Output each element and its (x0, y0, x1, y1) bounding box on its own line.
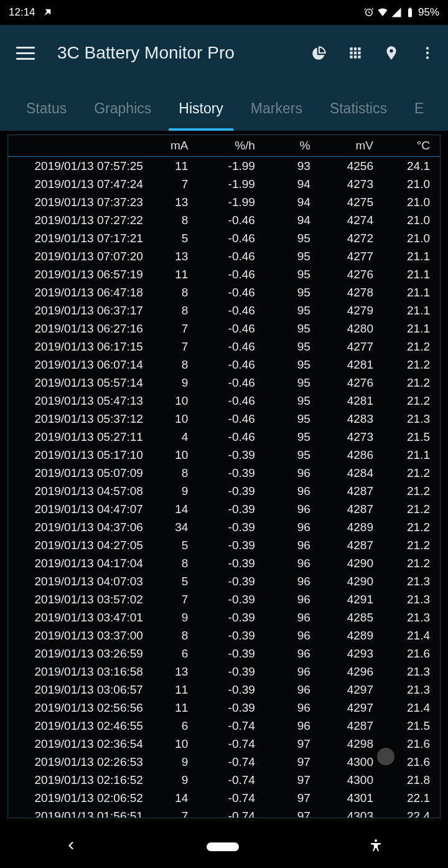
col-header-pct[interactable]: % (261, 135, 318, 157)
table-row[interactable]: 2019/01/13 06:07:148-0.4695428121.2 (8, 356, 440, 374)
overflow-menu-icon[interactable] (418, 44, 437, 62)
scroll-thumb[interactable] (377, 748, 394, 765)
cell-timestamp: 2019/01/13 02:56:56 (8, 699, 143, 717)
table-row[interactable]: 2019/01/13 05:47:1310-0.4695428121.2 (8, 392, 440, 410)
cell-rate: -0.46 (193, 229, 261, 247)
cell-mv: 4291 (318, 590, 381, 608)
table-row[interactable]: 2019/01/13 07:47:247-1.9994427321.0 (8, 175, 440, 193)
cell-ma: 8 (143, 283, 194, 301)
table-row[interactable]: 2019/01/13 06:27:167-0.4695428021.1 (8, 319, 440, 337)
cell-temp: 21.6 (381, 644, 440, 663)
cell-mv: 4287 (318, 500, 381, 518)
cell-pct: 96 (261, 717, 318, 735)
cell-rate: -0.46 (193, 301, 261, 319)
table-row[interactable]: 2019/01/13 07:07:2013-0.4695427721.1 (8, 247, 440, 265)
cell-mv: 4298 (318, 735, 381, 753)
cell-ma: 7 (143, 807, 194, 818)
table-row[interactable]: 2019/01/13 04:37:0634-0.3996428921.2 (8, 518, 440, 536)
table-row[interactable]: 2019/01/13 02:36:5410-0.7497429821.6 (8, 735, 440, 753)
cell-pct: 95 (261, 356, 318, 374)
table-row[interactable]: 2019/01/13 03:37:008-0.3996428921.4 (8, 626, 440, 644)
table-row[interactable]: 2019/01/13 07:37:2313-1.9994427521.0 (8, 193, 440, 211)
cell-ma: 8 (143, 301, 194, 319)
cell-mv: 4289 (318, 518, 381, 536)
col-header-mv[interactable]: mV (318, 135, 381, 157)
table-row[interactable]: 2019/01/13 07:17:215-0.4695427221.0 (8, 229, 440, 247)
cell-timestamp: 2019/01/13 04:07:03 (8, 572, 143, 590)
svg-point-2 (426, 56, 429, 59)
cell-temp: 21.0 (381, 211, 440, 229)
cell-mv: 4278 (318, 283, 381, 301)
cell-timestamp: 2019/01/13 03:26:59 (8, 644, 143, 663)
cell-mv: 4287 (318, 482, 381, 500)
alarm-icon (363, 7, 375, 18)
table-row[interactable]: 2019/01/13 03:16:5813-0.3996429621.3 (8, 663, 440, 681)
table-row[interactable]: 2019/01/13 04:57:089-0.3996428721.2 (8, 482, 440, 500)
table-row[interactable]: 2019/01/13 05:57:149-0.4695427621.2 (8, 374, 440, 392)
table-row[interactable]: 2019/01/13 02:56:5611-0.3996429721.4 (8, 699, 440, 717)
table-row[interactable]: 2019/01/13 03:06:5711-0.3996429721.3 (8, 681, 440, 699)
table-row[interactable]: 2019/01/13 05:17:1010-0.3995428621.1 (8, 446, 440, 464)
table-row[interactable]: 2019/01/13 07:27:228-0.4694427421.0 (8, 211, 440, 229)
cell-pct: 95 (261, 374, 318, 392)
table-row[interactable]: 2019/01/13 01:56:517-0.7497430322.4 (8, 807, 440, 818)
col-header-ma[interactable]: mA (143, 135, 194, 157)
tab-overflow[interactable]: E (401, 100, 424, 131)
cell-ma: 4 (143, 428, 194, 446)
table-row[interactable]: 2019/01/13 05:07:098-0.3996428421.2 (8, 464, 440, 482)
nav-back-icon[interactable] (65, 839, 77, 854)
status-time: 12:14 (9, 6, 35, 19)
cell-temp: 21.3 (381, 572, 440, 590)
col-header-temp[interactable]: °C (381, 135, 440, 157)
cell-timestamp: 2019/01/13 03:57:02 (8, 590, 143, 608)
table-row[interactable]: 2019/01/13 06:17:157-0.4695427721.2 (8, 337, 440, 356)
table-row[interactable]: 2019/01/13 06:47:188-0.4695427821.1 (8, 283, 440, 301)
cell-ma: 9 (143, 753, 194, 771)
table-row[interactable]: 2019/01/13 05:37:1210-0.4695428321.3 (8, 410, 440, 428)
cell-mv: 4303 (318, 807, 381, 818)
table-row[interactable]: 2019/01/13 03:26:596-0.3996429321.6 (8, 644, 440, 663)
cell-mv: 4285 (318, 608, 381, 626)
cell-mv: 4281 (318, 392, 381, 410)
cell-rate: -0.74 (193, 807, 261, 818)
cell-temp: 21.2 (381, 392, 440, 410)
table-row[interactable]: 2019/01/13 02:26:539-0.7497430021.6 (8, 753, 440, 771)
history-table: mA %/h % mV °C 2019/01/13 07:57:2511-1.9… (8, 135, 440, 818)
cell-temp: 24.1 (381, 157, 440, 176)
nav-home-pill[interactable] (207, 842, 239, 851)
table-row[interactable]: 2019/01/13 02:06:5214-0.7497430122.1 (8, 789, 440, 807)
location-pin-icon[interactable] (382, 44, 401, 62)
table-row[interactable]: 2019/01/13 04:07:035-0.3996429021.3 (8, 572, 440, 590)
table-row[interactable]: 2019/01/13 05:27:114-0.4695427321.5 (8, 428, 440, 446)
menu-icon[interactable] (16, 44, 35, 62)
cell-mv: 4276 (318, 374, 381, 392)
col-header-rate[interactable]: %/h (193, 135, 261, 157)
table-row[interactable]: 2019/01/13 04:17:048-0.3996429021.2 (8, 554, 440, 572)
cell-timestamp: 2019/01/13 06:57:19 (8, 265, 143, 283)
nav-accessibility-icon[interactable] (368, 838, 383, 856)
tab-status[interactable]: Status (12, 100, 80, 131)
col-header-timestamp[interactable] (8, 135, 143, 157)
table-row[interactable]: 2019/01/13 03:47:019-0.3996428521.3 (8, 608, 440, 626)
table-row[interactable]: 2019/01/13 04:27:055-0.3996428721.2 (8, 536, 440, 554)
cell-timestamp: 2019/01/13 02:36:54 (8, 735, 143, 753)
pie-chart-icon[interactable] (310, 44, 329, 62)
table-row[interactable]: 2019/01/13 02:16:529-0.7497430021.8 (8, 771, 440, 789)
tab-history[interactable]: History (165, 100, 237, 131)
table-row[interactable]: 2019/01/13 07:57:2511-1.9993425624.1 (8, 157, 440, 176)
tab-markers[interactable]: Markers (237, 100, 316, 131)
cell-ma: 9 (143, 771, 194, 789)
cell-rate: -0.39 (193, 536, 261, 554)
table-row[interactable]: 2019/01/13 06:37:178-0.4695427921.1 (8, 301, 440, 319)
cell-mv: 4287 (318, 717, 381, 735)
cell-temp: 21.4 (381, 626, 440, 644)
table-row[interactable]: 2019/01/13 02:46:556-0.7496428721.5 (8, 717, 440, 735)
cell-rate: -1.99 (193, 175, 261, 193)
table-row[interactable]: 2019/01/13 03:57:027-0.3996429121.3 (8, 590, 440, 608)
cell-pct: 96 (261, 554, 318, 572)
tab-graphics[interactable]: Graphics (80, 100, 165, 131)
tab-statistics[interactable]: Statistics (316, 100, 401, 131)
table-row[interactable]: 2019/01/13 04:47:0714-0.3996428721.2 (8, 500, 440, 518)
table-row[interactable]: 2019/01/13 06:57:1911-0.4695427621.1 (8, 265, 440, 283)
apps-grid-icon[interactable] (346, 44, 365, 62)
